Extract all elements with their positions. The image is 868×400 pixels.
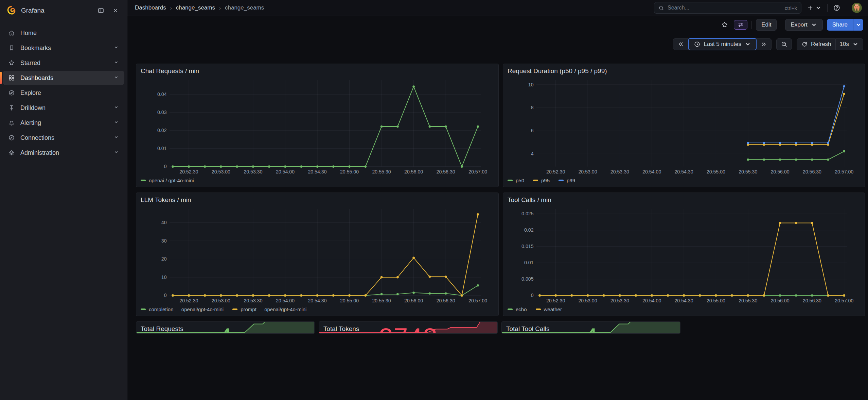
- legend-label: p99: [567, 178, 575, 183]
- svg-text:20: 20: [161, 256, 167, 262]
- search-input[interactable]: [668, 5, 781, 11]
- legend-item[interactable]: echo: [508, 306, 527, 312]
- chevron-down-icon[interactable]: [113, 104, 120, 112]
- legend-item[interactable]: openai / gpt-4o-mini: [141, 178, 194, 183]
- edit-button[interactable]: Edit: [756, 19, 777, 31]
- svg-text:20:53:00: 20:53:00: [578, 298, 597, 303]
- sidebar-item-label: Alerting: [20, 119, 41, 127]
- help-button[interactable]: [832, 3, 842, 13]
- svg-text:0.03: 0.03: [157, 110, 167, 115]
- bell-icon: [8, 119, 15, 126]
- refresh-group: Refresh 10s: [797, 38, 863, 50]
- time-range-group: Last 5 minutes: [673, 38, 772, 50]
- svg-text:30: 30: [161, 238, 167, 244]
- svg-text:20:53:30: 20:53:30: [244, 169, 262, 174]
- main-area: Dashboards › change_seams › change_seams…: [127, 0, 868, 400]
- legend-marker: [559, 180, 564, 181]
- chevron-down-icon[interactable]: [113, 74, 120, 82]
- refresh-label: Refresh: [811, 41, 831, 48]
- svg-text:0: 0: [164, 164, 167, 169]
- sidebar-item-drilldown[interactable]: Drilldown: [3, 101, 124, 115]
- sidebar-item-starred[interactable]: Starred: [3, 56, 124, 70]
- sidebar-item-bookmarks[interactable]: Bookmarks: [3, 41, 124, 55]
- chevron-down-icon[interactable]: [113, 149, 120, 157]
- panel-total-tool-calls: Total Tool Calls 4: [501, 321, 680, 334]
- sidebar-item-dashboards[interactable]: Dashboards: [3, 71, 124, 85]
- time-shift-back-button[interactable]: [673, 38, 689, 50]
- divider: [846, 4, 846, 12]
- sidebar-item-alerting[interactable]: Alerting: [3, 116, 124, 130]
- plug-icon: [8, 134, 15, 141]
- svg-text:20:52:30: 20:52:30: [179, 169, 198, 174]
- breadcrumb-dashboards[interactable]: Dashboards: [135, 4, 166, 11]
- svg-text:20:55:30: 20:55:30: [739, 298, 757, 303]
- share-button[interactable]: Share: [827, 19, 853, 31]
- close-menu-button[interactable]: [111, 6, 120, 15]
- time-range-picker[interactable]: Last 5 minutes: [688, 38, 757, 50]
- svg-text:20:57:00: 20:57:00: [835, 298, 853, 303]
- legend-label: weather: [544, 306, 562, 312]
- svg-text:20:56:00: 20:56:00: [404, 298, 423, 303]
- sidebar-item-administration[interactable]: Administration: [3, 146, 124, 160]
- time-shift-forward-button[interactable]: [756, 38, 772, 50]
- sidebar-item-explore[interactable]: Explore: [3, 86, 124, 100]
- search-box[interactable]: ctrl+k: [654, 2, 801, 14]
- search-shortcut: ctrl+k: [785, 5, 797, 11]
- dashboard-toolbar: Edit Export Share: [127, 16, 868, 34]
- legend-marker: [533, 180, 538, 181]
- legend-marker: [232, 309, 237, 310]
- legend-label: openai / gpt-4o-mini: [149, 178, 194, 183]
- legend-item[interactable]: p99: [559, 178, 575, 183]
- svg-text:20:53:00: 20:53:00: [578, 169, 597, 174]
- svg-text:20:57:00: 20:57:00: [835, 169, 853, 174]
- svg-text:20:54:30: 20:54:30: [308, 298, 326, 303]
- panel-title: Request Duration (p50 / p95 / p99): [503, 64, 865, 76]
- chevron-down-icon[interactable]: [113, 59, 120, 67]
- top-nav: Dashboards › change_seams › change_seams…: [127, 0, 868, 16]
- search-icon: [658, 5, 664, 11]
- svg-text:20:56:30: 20:56:30: [803, 169, 821, 174]
- user-avatar[interactable]: [850, 1, 863, 14]
- legend-item[interactable]: prompt — openai/gpt-4o-mini: [232, 306, 306, 312]
- svg-text:0.01: 0.01: [524, 260, 534, 265]
- sidebar-item-home[interactable]: Home: [3, 26, 124, 40]
- compass-icon: [8, 89, 15, 96]
- zoom-out-button[interactable]: [776, 38, 792, 50]
- panel-title: Chat Requests / min: [136, 64, 498, 76]
- svg-text:20:55:30: 20:55:30: [372, 298, 391, 303]
- legend-item[interactable]: completion — openai/gpt-4o-mini: [141, 306, 224, 312]
- sidebar-header: Grafana: [0, 0, 127, 21]
- grafana-logo: [7, 6, 16, 15]
- refresh-button[interactable]: Refresh: [797, 38, 836, 50]
- export-button[interactable]: Export: [785, 19, 822, 31]
- topnav-right: ctrl+k: [654, 1, 863, 14]
- dock-menu-button[interactable]: [96, 6, 106, 15]
- chevron-down-icon[interactable]: [113, 44, 120, 52]
- dashboards-grid-icon: [8, 74, 15, 81]
- svg-text:20:55:00: 20:55:00: [340, 169, 359, 174]
- legend-item[interactable]: weather: [536, 306, 562, 312]
- swap-arrows-badge[interactable]: [734, 20, 747, 30]
- breadcrumb-current: change_seams: [225, 4, 264, 11]
- panel-llm-tokens: LLM Tokens / min 20:52:3020:53:0020:53:3…: [136, 193, 499, 316]
- time-controls: Last 5 minutes Refresh 10s: [127, 34, 868, 55]
- svg-text:4: 4: [531, 151, 534, 156]
- svg-text:10: 10: [528, 82, 534, 87]
- chevron-down-icon[interactable]: [113, 119, 120, 127]
- divider: [781, 21, 781, 29]
- legend-item[interactable]: p50: [508, 178, 524, 183]
- svg-text:20:55:30: 20:55:30: [372, 169, 391, 174]
- svg-text:20:54:30: 20:54:30: [674, 169, 693, 174]
- star-dashboard-button[interactable]: [720, 20, 730, 30]
- chevron-down-icon[interactable]: [113, 134, 120, 142]
- chart-plot: 20:52:3020:53:0020:53:3020:54:0020:54:30…: [136, 76, 498, 176]
- legend-item[interactable]: p95: [533, 178, 550, 183]
- breadcrumb-folder[interactable]: change_seams: [176, 4, 215, 11]
- share-dropdown-button[interactable]: [853, 19, 863, 31]
- sidebar-item-connections[interactable]: Connections: [3, 131, 124, 145]
- add-new-button[interactable]: [805, 3, 823, 13]
- panel-chat-requests: Chat Requests / min 20:52:3020:53:0020:5…: [136, 64, 499, 187]
- legend-label: echo: [516, 306, 527, 312]
- legend-marker: [141, 180, 146, 181]
- refresh-interval-picker[interactable]: 10s: [836, 38, 863, 50]
